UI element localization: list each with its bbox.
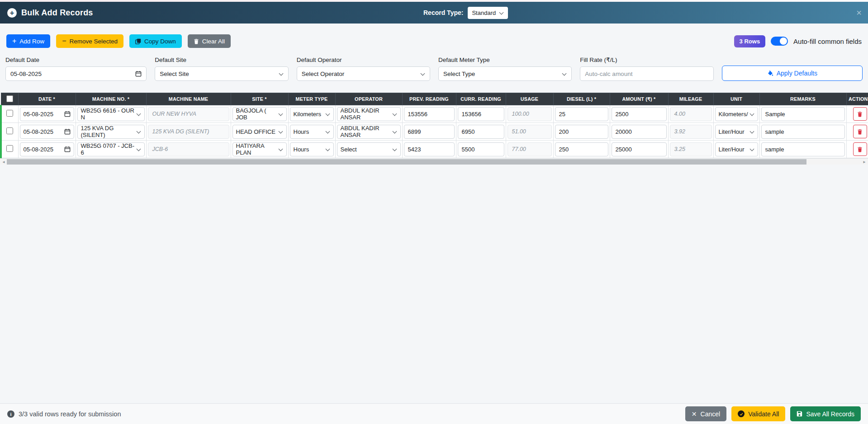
fill-rate-input[interactable] — [580, 66, 713, 81]
date-input[interactable]: 05-08-2025 — [20, 125, 74, 139]
machine-no-select[interactable]: 125 KVA DG (SILENT) — [77, 125, 145, 139]
curr-reading-input[interactable] — [458, 125, 504, 139]
check-circle-icon — [738, 410, 745, 417]
calendar-icon — [135, 71, 142, 77]
trash-icon — [857, 146, 863, 152]
autofill-label: Auto-fill common fields — [793, 38, 862, 45]
chevron-down-icon — [279, 147, 283, 151]
amount-input[interactable] — [612, 125, 667, 139]
row-checkbox[interactable] — [6, 127, 13, 134]
chevron-down-icon — [499, 10, 504, 15]
prev-reading-input[interactable] — [404, 107, 455, 121]
trash-icon — [857, 111, 863, 117]
records-table: DATE * MACHINE NO. * MACHINE NAME SITE *… — [0, 93, 868, 165]
prev-reading-input[interactable] — [404, 125, 455, 139]
default-date-input[interactable]: 05-08-2025 — [5, 66, 147, 81]
chevron-down-icon — [326, 129, 330, 134]
machine-no-select[interactable]: WB25G 0707 - JCB-6 — [77, 142, 145, 156]
calendar-icon — [64, 111, 71, 117]
machine-name-readonly: 125 KVA DG (SILENT) — [148, 125, 229, 139]
col-operator: OPERATOR — [335, 93, 402, 105]
site-select[interactable]: BAGJOLA ( JOB — [232, 107, 287, 121]
meter-type-select[interactable]: Hours — [290, 125, 334, 139]
mileage-readonly: 3.92 — [670, 125, 712, 139]
date-input[interactable]: 05-08-2025 — [20, 142, 74, 156]
unit-select[interactable]: Liter/Hour — [715, 125, 758, 139]
trash-icon — [857, 129, 863, 135]
row-checkbox[interactable] — [6, 145, 13, 152]
save-all-records-button[interactable]: Save All Records — [790, 406, 861, 421]
scroll-left-arrow[interactable]: ◄ — [2, 160, 5, 164]
site-select[interactable]: HEAD OFFICE — [232, 125, 287, 139]
machine-no-select[interactable]: WB25G 6616 - OUR N — [77, 107, 145, 121]
curr-reading-input[interactable] — [458, 107, 504, 121]
default-meter-type-select[interactable]: Select Type — [438, 66, 572, 81]
autofill-toggle[interactable] — [771, 37, 788, 46]
prev-reading-input[interactable] — [404, 142, 455, 156]
trash-icon — [194, 38, 199, 44]
clear-all-button[interactable]: Clear All — [188, 34, 231, 48]
default-operator-select[interactable]: Select Operator — [297, 66, 430, 81]
amount-input[interactable] — [612, 107, 667, 121]
chevron-down-icon — [393, 129, 397, 134]
add-row-button[interactable]: + Add Row — [6, 34, 50, 48]
validate-all-button[interactable]: Validate All — [731, 406, 785, 421]
default-site-label: Default Site — [155, 57, 288, 63]
remarks-input[interactable] — [761, 125, 845, 139]
default-date-label: Default Date — [5, 57, 147, 63]
record-type-select[interactable]: Standard — [468, 7, 508, 19]
toolbar: + Add Row − Remove Selected Copy Down Cl… — [0, 24, 868, 48]
operator-select[interactable]: Select — [337, 142, 401, 156]
mileage-readonly: 4.00 — [670, 107, 712, 121]
chevron-down-icon — [562, 71, 567, 76]
apply-defaults-button[interactable]: Apply Defaults — [722, 66, 863, 81]
remarks-input[interactable] — [761, 142, 845, 156]
remove-selected-button[interactable]: − Remove Selected — [56, 34, 123, 48]
site-select[interactable]: HATIYARA PLAN — [232, 142, 287, 156]
operator-select[interactable]: ABDUL KADIR ANSAR — [337, 107, 401, 121]
col-amount: AMOUNT (₹) * — [610, 93, 668, 105]
amount-input[interactable] — [612, 142, 667, 156]
col-usage: USAGE — [506, 93, 553, 105]
fill-rate-label: Fill Rate (₹/L) — [580, 56, 713, 63]
row-checkbox[interactable] — [6, 110, 13, 117]
horizontal-scrollbar[interactable]: ◄ ► — [0, 158, 868, 165]
scrollbar-thumb[interactable] — [7, 159, 806, 165]
copy-down-button[interactable]: Copy Down — [129, 34, 182, 48]
diesel-input[interactable] — [555, 125, 608, 139]
delete-row-button[interactable] — [853, 107, 867, 121]
default-meter-type-label: Default Meter Type — [438, 57, 572, 63]
diesel-input[interactable] — [555, 142, 608, 156]
delete-row-button[interactable] — [853, 142, 867, 156]
modal-header: + Bulk Add Records Record Type: Standard… — [0, 2, 868, 24]
chevron-down-icon — [137, 112, 141, 116]
diesel-input[interactable] — [555, 107, 608, 121]
curr-reading-input[interactable] — [458, 142, 504, 156]
close-icon[interactable]: × — [856, 8, 862, 17]
operator-select[interactable]: ABDUL KADIR ANSAR — [337, 125, 401, 139]
page-title: Bulk Add Records — [21, 8, 93, 18]
cancel-button[interactable]: ✕ Cancel — [685, 406, 726, 421]
date-input[interactable]: 05-08-2025 — [20, 107, 74, 121]
chevron-down-icon — [279, 71, 284, 76]
meter-type-select[interactable]: Kilometers — [290, 107, 334, 121]
usage-readonly: 100.00 — [508, 107, 552, 121]
unit-select[interactable]: Liter/Hour — [715, 142, 758, 156]
col-actions: ACTIONS — [846, 93, 868, 105]
delete-row-button[interactable] — [853, 125, 867, 138]
col-diesel: DIESEL (L) * — [553, 93, 610, 105]
unit-select[interactable]: Kilometers/ — [715, 107, 758, 121]
chevron-down-icon — [750, 129, 754, 134]
table-row: 05-08-2025 WB25G 6616 - OUR N OUR NEW HY… — [1, 105, 868, 123]
col-mileage: MILEAGE — [668, 93, 713, 105]
remarks-input[interactable] — [761, 107, 845, 121]
chevron-down-icon — [279, 129, 283, 134]
select-all-checkbox[interactable] — [6, 95, 13, 102]
footer-bar: i 3/3 valid rows ready for submission ✕ … — [0, 403, 868, 424]
copy-icon — [135, 38, 141, 44]
chevron-down-icon — [393, 147, 397, 151]
default-site-select[interactable]: Select Site — [155, 66, 288, 81]
chevron-down-icon — [750, 147, 754, 151]
meter-type-select[interactable]: Hours — [290, 142, 334, 156]
scroll-right-arrow[interactable]: ► — [863, 160, 866, 164]
